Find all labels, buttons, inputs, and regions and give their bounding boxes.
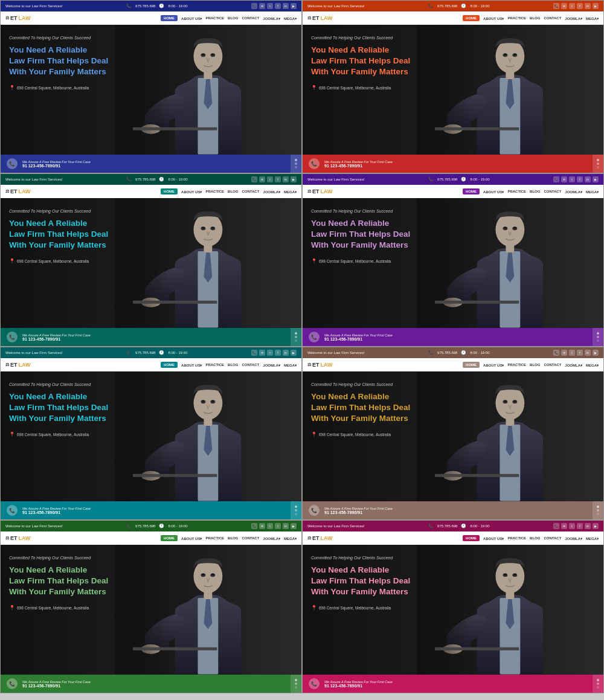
nav-link-mega[interactable]: MEGA▾ (586, 190, 599, 194)
mail-icon[interactable]: ✉ (259, 176, 265, 182)
nav-link-contact[interactable]: CONTACT (242, 190, 259, 193)
cta-bar[interactable]: 📞 We Assure A Free Review For Your First… (303, 501, 603, 519)
mail-icon[interactable]: ✉ (259, 3, 265, 9)
nav-link-joomla[interactable]: JOOMLA▾ (565, 536, 582, 541)
linkedin-icon[interactable]: in (283, 3, 289, 9)
nav-link-blog[interactable]: BLOG (530, 363, 540, 367)
mail-icon[interactable]: ✉ (259, 523, 265, 529)
youtube-icon[interactable]: ▶ (291, 350, 297, 356)
linkedin-icon[interactable]: in (585, 523, 591, 529)
cta-bar[interactable]: 📞 We Assure A Free Review For Your First… (303, 155, 603, 173)
nav-link-home[interactable]: HOME (463, 362, 480, 368)
nav-link-contact[interactable]: CONTACT (242, 363, 259, 367)
cta-bar[interactable]: 📞 We Assure A Free Review For Your First… (1, 675, 301, 693)
nav-link-practice[interactable]: PRACTICE (507, 363, 526, 367)
nav-link-practice[interactable]: PRACTICE (507, 536, 526, 540)
nav-link-about-us[interactable]: ABOUT US▾ (483, 16, 504, 21)
nav-link-joomla[interactable]: JOOMLA▾ (565, 363, 582, 367)
mail-icon[interactable]: ✉ (561, 523, 567, 529)
youtube-icon[interactable]: ▶ (291, 3, 297, 9)
nav-link-practice[interactable]: PRACTICE (205, 190, 224, 193)
nav-link-home[interactable]: HOME (161, 535, 178, 541)
cta-bar[interactable]: 📞 We Assure A Free Review For Your First… (303, 328, 603, 346)
facebook-icon[interactable]: f (577, 3, 583, 9)
facebook-icon[interactable]: f (275, 3, 281, 9)
facebook-icon[interactable]: f (577, 350, 583, 356)
nav-link-blog[interactable]: BLOG (228, 16, 238, 20)
nav-link-about-us[interactable]: ABOUT US▾ (181, 190, 202, 194)
cta-bar[interactable]: 📞 We Assure A Free Review For Your First… (303, 675, 603, 693)
cta-bar[interactable]: 📞 We Assure A Free Review For Your First… (1, 328, 301, 346)
cta-bar[interactable]: 📞 We Assure A Free Review For Your First… (1, 155, 301, 173)
nav-link-home[interactable]: HOME (463, 188, 480, 194)
phone-icon[interactable]: 📞 (251, 3, 257, 9)
phone-icon[interactable]: 📞 (553, 350, 559, 356)
nav-link-about-us[interactable]: ABOUT US▾ (483, 363, 504, 367)
nav-link-joomla[interactable]: JOOMLA▾ (263, 16, 280, 21)
twitter-icon[interactable]: t (569, 350, 575, 356)
youtube-icon[interactable]: ▶ (291, 176, 297, 182)
phone-icon[interactable]: 📞 (251, 176, 257, 182)
cta-bar[interactable]: 📞 We Assure A Free Review For Your First… (1, 501, 301, 519)
linkedin-icon[interactable]: in (283, 523, 289, 529)
twitter-icon[interactable]: t (569, 3, 575, 9)
linkedin-icon[interactable]: in (283, 350, 289, 356)
twitter-icon[interactable]: t (569, 523, 575, 529)
linkedin-icon[interactable]: in (585, 176, 591, 182)
linkedin-icon[interactable]: in (585, 3, 591, 9)
nav-link-home[interactable]: HOME (463, 15, 480, 21)
nav-link-practice[interactable]: PRACTICE (205, 363, 224, 367)
twitter-icon[interactable]: t (569, 176, 575, 182)
twitter-icon[interactable]: t (267, 3, 273, 9)
youtube-icon[interactable]: ▶ (593, 523, 599, 529)
nav-link-joomla[interactable]: JOOMLA▾ (263, 363, 280, 367)
facebook-icon[interactable]: f (577, 176, 583, 182)
nav-link-blog[interactable]: BLOG (530, 190, 540, 193)
nav-link-contact[interactable]: CONTACT (544, 536, 561, 540)
nav-link-home[interactable]: HOME (161, 15, 178, 21)
nav-link-joomla[interactable]: JOOMLA▾ (565, 190, 582, 194)
nav-link-home[interactable]: HOME (161, 362, 178, 368)
nav-link-about-us[interactable]: ABOUT US▾ (483, 536, 504, 541)
nav-link-joomla[interactable]: JOOMLA▾ (263, 536, 280, 541)
twitter-icon[interactable]: t (267, 523, 273, 529)
phone-icon[interactable]: 📞 (251, 350, 257, 356)
nav-link-blog[interactable]: BLOG (228, 190, 238, 193)
nav-link-mega[interactable]: MEGA▾ (284, 363, 297, 367)
nav-link-contact[interactable]: CONTACT (544, 363, 561, 367)
youtube-icon[interactable]: ▶ (291, 523, 297, 529)
facebook-icon[interactable]: f (577, 523, 583, 529)
nav-link-about-us[interactable]: ABOUT US▾ (181, 16, 202, 21)
mail-icon[interactable]: ✉ (259, 350, 265, 356)
nav-link-mega[interactable]: MEGA▾ (586, 363, 599, 367)
mail-icon[interactable]: ✉ (561, 350, 567, 356)
nav-link-mega[interactable]: MEGA▾ (586, 536, 599, 541)
nav-link-contact[interactable]: CONTACT (544, 190, 561, 193)
nav-link-contact[interactable]: CONTACT (242, 536, 259, 540)
nav-link-joomla[interactable]: JOOMLA▾ (565, 16, 582, 21)
mail-icon[interactable]: ✉ (561, 176, 567, 182)
facebook-icon[interactable]: f (275, 350, 281, 356)
mail-icon[interactable]: ✉ (561, 3, 567, 9)
phone-icon[interactable]: 📞 (553, 3, 559, 9)
facebook-icon[interactable]: f (275, 523, 281, 529)
nav-link-blog[interactable]: BLOG (530, 536, 540, 540)
nav-link-about-us[interactable]: ABOUT US▾ (483, 190, 504, 194)
nav-link-contact[interactable]: CONTACT (242, 16, 259, 20)
nav-link-practice[interactable]: PRACTICE (205, 16, 224, 20)
nav-link-mega[interactable]: MEGA▾ (284, 190, 297, 194)
nav-link-home[interactable]: HOME (161, 188, 178, 194)
phone-icon[interactable]: 📞 (553, 176, 559, 182)
linkedin-icon[interactable]: in (585, 350, 591, 356)
nav-link-mega[interactable]: MEGA▾ (586, 16, 599, 21)
youtube-icon[interactable]: ▶ (593, 3, 599, 9)
linkedin-icon[interactable]: in (283, 176, 289, 182)
nav-link-practice[interactable]: PRACTICE (507, 16, 526, 20)
nav-link-about-us[interactable]: ABOUT US▾ (181, 363, 202, 367)
phone-icon[interactable]: 📞 (251, 523, 257, 529)
twitter-icon[interactable]: t (267, 350, 273, 356)
nav-link-blog[interactable]: BLOG (530, 16, 540, 20)
nav-link-home[interactable]: HOME (463, 535, 480, 541)
youtube-icon[interactable]: ▶ (593, 350, 599, 356)
nav-link-joomla[interactable]: JOOMLA▾ (263, 190, 280, 194)
